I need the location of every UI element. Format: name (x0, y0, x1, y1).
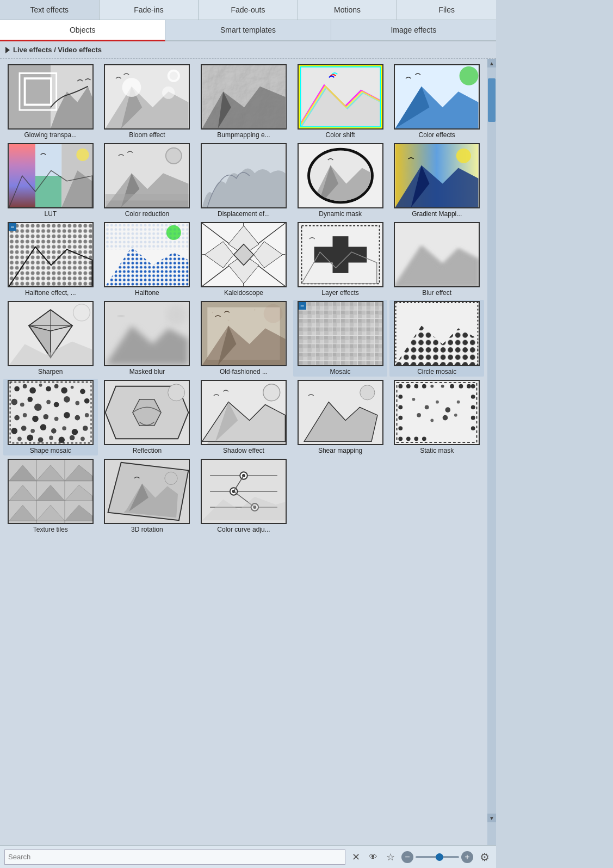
label-gradientmap: Gradient Mappi... (411, 210, 463, 218)
thumb-shapemosaic (8, 380, 94, 445)
svg-point-133 (64, 412, 70, 418)
svg-point-191 (457, 401, 460, 404)
svg-rect-28 (35, 144, 61, 176)
effect-displacement[interactable]: Displacement ef... (196, 142, 291, 219)
thumb-layereffects (298, 222, 383, 287)
effect-bloom[interactable]: Bloom effect (100, 63, 195, 140)
svg-point-112 (29, 387, 36, 394)
svg-point-193 (431, 419, 434, 422)
effect-mosaic[interactable]: − Mosaic (293, 300, 388, 377)
svg-point-113 (39, 384, 42, 387)
section-title: Live effects / Video effects (13, 46, 102, 54)
svg-point-195 (454, 414, 457, 417)
svg-point-122 (34, 404, 42, 411)
tab-files[interactable]: Files (397, 0, 496, 20)
svg-point-178 (422, 436, 426, 441)
tab-image-effects[interactable]: Image effects (331, 20, 496, 40)
effect-reflection[interactable]: Reflection (100, 379, 195, 455)
effect-blur[interactable]: Blur effect (389, 221, 484, 298)
effect-circlemosaic[interactable]: Circle mosaic (389, 300, 484, 377)
effect-dynamicmask[interactable]: Dynamic mask (293, 142, 388, 219)
label-bumpmapping: Bumpmapping e... (216, 131, 271, 139)
thumb-shearmapping (298, 380, 383, 445)
thumb-maskedblur (104, 301, 190, 366)
svg-point-134 (75, 415, 80, 421)
scroll-up[interactable]: ▲ (487, 59, 496, 67)
settings-icon[interactable]: ⚙ (478, 849, 492, 865)
svg-rect-27 (35, 176, 61, 207)
tab-objects[interactable]: Objects (0, 20, 165, 41)
effect-colorreduction[interactable]: Color reduction (100, 142, 195, 219)
zoom-out-button[interactable]: − (401, 851, 413, 863)
svg-point-117 (71, 386, 74, 389)
tab-motions[interactable]: Motions (298, 0, 398, 20)
svg-point-184 (471, 405, 475, 409)
star-icon[interactable]: ☆ (384, 850, 397, 864)
label-coloreffects: Color effects (418, 131, 456, 139)
label-layereffects: Layer effects (320, 289, 360, 297)
svg-rect-108 (9, 381, 92, 444)
effect-halftone1[interactable]: − Halftone effect, ... (3, 221, 98, 298)
zoom-knob[interactable] (436, 853, 443, 861)
svg-point-189 (436, 401, 439, 404)
scrollbar[interactable]: ▲ ▼ (487, 59, 496, 845)
label-mosaic: Mosaic (329, 368, 352, 375)
effect-bumpmapping[interactable]: Bumpmapping e... (196, 63, 291, 140)
effect-shapemosaic[interactable]: Shape mosaic (3, 379, 98, 455)
thumb-texturetiles (8, 459, 94, 524)
label-maskedblur: Masked blur (128, 368, 166, 375)
effect-shadoweffect[interactable]: Shadow effect (196, 379, 291, 455)
zoom-slider[interactable] (416, 856, 459, 858)
svg-point-142 (71, 429, 78, 435)
effect-glowing-transparent[interactable]: Glowing transpa... (3, 63, 98, 140)
label-texturetiles: Texture tiles (32, 526, 69, 533)
effect-kaleidoscope[interactable]: Kaleidoscope (196, 221, 291, 298)
tab-text-effects[interactable]: Text effects (0, 0, 100, 20)
svg-point-123 (46, 400, 51, 404)
tab-fade-outs[interactable]: Fade-outs (199, 0, 298, 20)
effect-gradientmap[interactable]: Gradient Mappi... (389, 142, 484, 219)
svg-point-125 (64, 396, 70, 403)
effect-halftone2[interactable]: Halftone (100, 221, 195, 298)
label-lut: LUT (43, 210, 58, 218)
svg-point-150 (81, 436, 85, 441)
effect-colorshift[interactable]: Color shift (293, 63, 388, 140)
thumb-3drotation (104, 459, 190, 524)
scroll-down[interactable]: ▼ (487, 814, 496, 822)
effect-staticmask[interactable]: Static mask (389, 379, 484, 455)
thumb-staticmask (394, 380, 480, 445)
svg-point-177 (414, 436, 419, 441)
effect-3drotation[interactable]: 3D rotation (100, 458, 195, 534)
scroll-thumb[interactable] (488, 78, 496, 122)
effect-sharpen[interactable]: Sharpen (3, 300, 98, 377)
clear-search-icon[interactable]: ✕ (350, 850, 362, 864)
effect-maskedblur[interactable]: Masked blur (100, 300, 195, 377)
effect-oldfashioned[interactable]: Old-fashioned ... (196, 300, 291, 377)
tab-smart-templates[interactable]: Smart templates (165, 20, 331, 40)
svg-point-141 (62, 426, 66, 430)
svg-point-176 (406, 436, 411, 441)
effect-coloreffects[interactable]: Color effects (389, 63, 484, 140)
svg-rect-38 (106, 200, 189, 207)
svg-point-214 (165, 472, 177, 484)
minus-indicator-halftone1: − (9, 223, 16, 231)
svg-point-25 (460, 66, 479, 85)
eye-icon[interactable]: 👁 (367, 851, 380, 863)
zoom-in-button[interactable]: + (461, 851, 473, 863)
svg-point-147 (49, 436, 53, 440)
effect-layereffects[interactable]: Layer effects (293, 221, 388, 298)
svg-point-167 (414, 384, 419, 389)
label-colorreduction: Color reduction (124, 210, 170, 218)
section-header[interactable]: Live effects / Video effects (0, 41, 496, 59)
effect-shearmapping[interactable]: Shear mapping (293, 379, 388, 455)
effect-texturetiles[interactable]: Texture tiles (3, 458, 98, 534)
svg-point-180 (399, 405, 403, 409)
search-input[interactable] (4, 849, 345, 865)
svg-point-93 (228, 319, 230, 321)
effect-colorcurve[interactable]: Color curve adju... (196, 458, 291, 534)
svg-point-121 (27, 397, 33, 402)
thumb-coloreffects (394, 64, 480, 130)
bottom-bar: ✕ 👁 ☆ − + ⚙ (0, 845, 496, 868)
tab-fade-ins[interactable]: Fade-ins (100, 0, 199, 20)
effect-lut[interactable]: LUT (3, 142, 98, 219)
